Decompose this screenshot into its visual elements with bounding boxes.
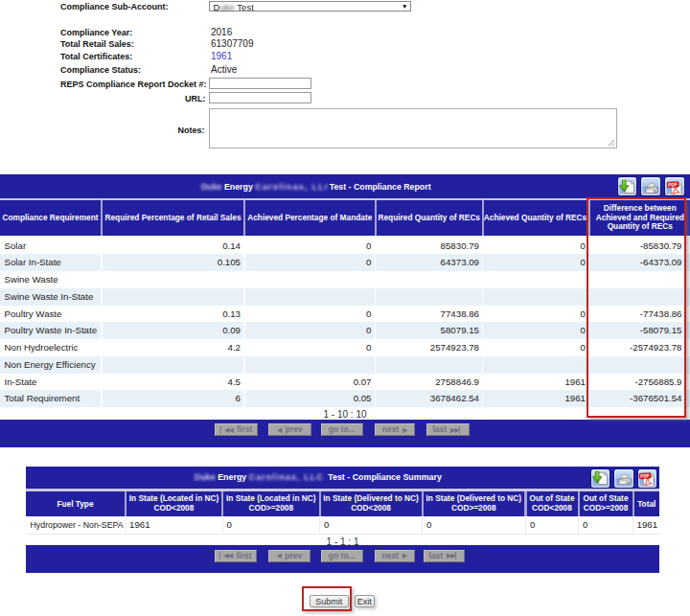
svg-text:PDF: PDF xyxy=(668,181,678,188)
svg-text:PDF: PDF xyxy=(640,472,650,479)
